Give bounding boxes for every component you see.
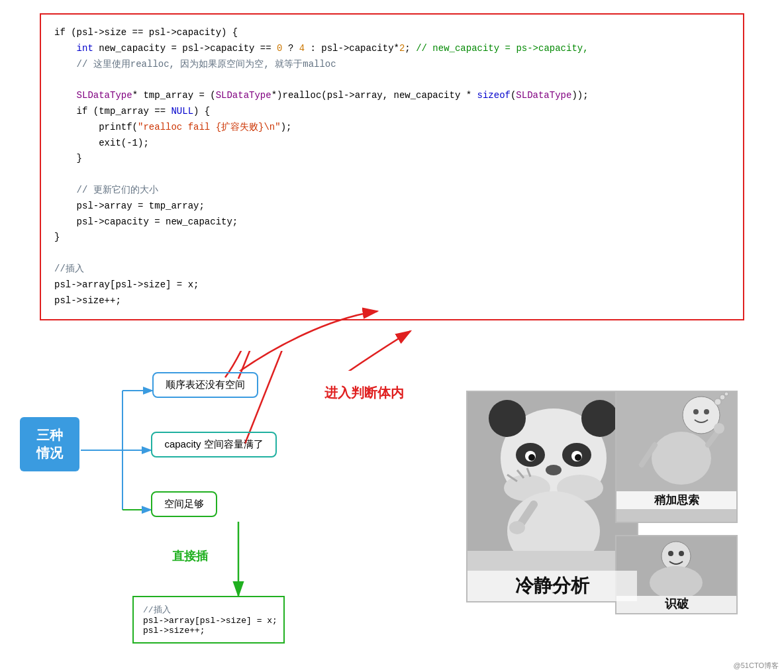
code-line-11: // 更新它们的大小 [54, 183, 730, 199]
code-line-14: } [54, 230, 730, 246]
svg-point-28 [509, 521, 525, 534]
code-line-1: if (psl->size == psl->capacity) { [54, 25, 730, 41]
svg-point-39 [724, 392, 728, 396]
svg-point-36 [714, 423, 724, 434]
sit1-label: 顺序表还没有空间 [166, 379, 245, 390]
code-line-7: printf("realloc fail {扩容失败}\n"); [54, 120, 730, 136]
code-line-9: } [54, 151, 730, 167]
insert-code-line-3: psl->size++; [143, 626, 274, 636]
sit3-label: 空间足够 [164, 498, 204, 509]
code-line-8: exit(-1); [54, 136, 730, 152]
svg-point-38 [720, 395, 725, 400]
meme-left-text: 冷静分析 [515, 575, 589, 596]
enter-judgment-label: 进入判断体内 [324, 384, 404, 402]
code-line-3: // 这里使用realloc, 因为如果原空间为空, 就等于malloc [54, 57, 730, 73]
code-line-10 [54, 167, 730, 183]
direct-label-text: 直接插 [172, 550, 208, 563]
situation-2-box: capacity 空间容量满了 [151, 432, 277, 457]
svg-point-33 [652, 432, 711, 485]
svg-point-37 [714, 399, 721, 405]
code-line-16: //插入 [54, 262, 730, 277]
direct-insert-label: 直接插 [172, 548, 208, 564]
svg-point-43 [679, 551, 684, 556]
code-line-12: psl->array = tmp_array; [54, 199, 730, 215]
svg-point-12 [489, 400, 526, 437]
watermark: @51CTO博客 [734, 661, 779, 671]
svg-point-20 [546, 465, 562, 475]
svg-point-32 [704, 409, 709, 414]
sit2-label: capacity 空间容量满了 [164, 438, 263, 450]
svg-point-19 [575, 454, 581, 461]
situation-3-box: 空间足够 [151, 491, 217, 517]
svg-point-31 [693, 409, 699, 414]
code-line-2: int new_capacity = psl->capacity == 0 ? … [54, 41, 730, 57]
code-line-6: if (tmp_array == NULL) { [54, 104, 730, 120]
code-line-4 [54, 72, 730, 88]
svg-point-18 [528, 454, 535, 461]
code-line-13: psl->capacity = new_capacity; [54, 215, 730, 230]
svg-point-13 [581, 400, 618, 437]
insert-code-box: //插入 psl->array[psl->size] = x; psl->siz… [132, 596, 285, 644]
meme-right-top-text: 稍加思索 [654, 494, 699, 506]
insert-code-line-2: psl->array[psl->size] = x; [143, 616, 274, 626]
watermark-text: @51CTO博客 [734, 661, 779, 669]
code-line-5: SLDataType* tmp_array = (SLDataType*)rea… [54, 88, 730, 104]
three-situations-label: 三种情况 [36, 428, 63, 460]
enter-label-text: 进入判断体内 [324, 385, 404, 400]
code-line-18: psl->size++; [54, 293, 730, 309]
code-line-15 [54, 246, 730, 262]
situation-1-box: 顺序表还没有空间 [152, 372, 258, 398]
diagram-area: 三种情况 顺序表还没有空间 capacity 空间容量满了 空间足够 进入判断体… [0, 351, 784, 669]
insert-code-line-1: //插入 [143, 604, 274, 616]
meme-right-bottom-text: 识破 [665, 597, 689, 610]
meme-images: 冷静分析 [466, 391, 758, 636]
three-situations-box: 三种情况 [20, 417, 79, 471]
svg-point-42 [668, 551, 673, 556]
code-line-17: psl->array[psl->size] = x; [54, 277, 730, 293]
svg-line-8 [238, 351, 371, 379]
code-block: if (psl->size == psl->capacity) { int ne… [40, 13, 744, 320]
